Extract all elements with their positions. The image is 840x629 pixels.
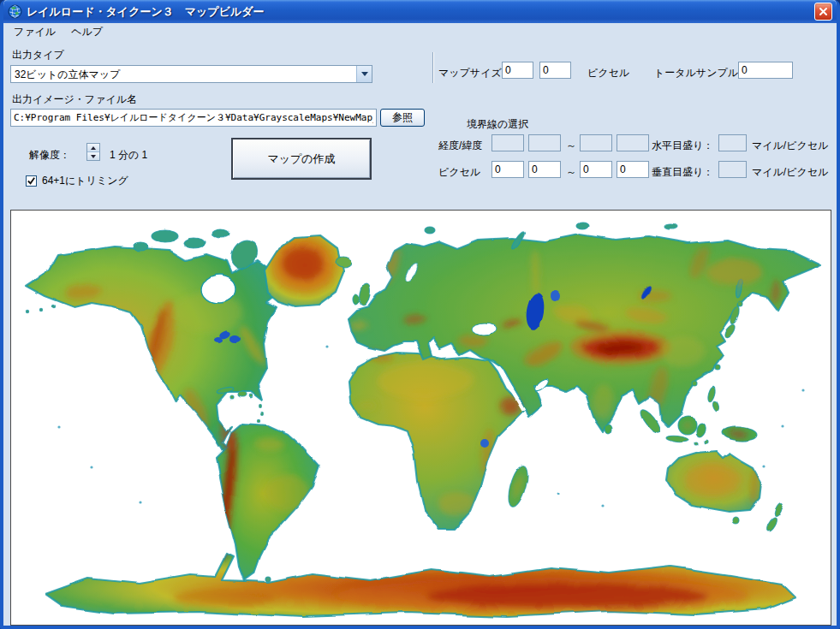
output-type-label: 出力タイプ — [12, 48, 64, 62]
pixel-row-label: ピクセル — [438, 165, 480, 180]
output-file-label: 出力イメージ・ファイル名 — [12, 92, 137, 107]
menu-file[interactable]: ファイル — [6, 23, 63, 41]
globe-icon — [8, 4, 22, 19]
pixel-tilde: ～ — [566, 165, 576, 180]
trim-checkbox[interactable] — [26, 175, 37, 187]
world-map-viewport[interactable] — [10, 210, 831, 626]
latlon-row-label: 経度/緯度 — [438, 139, 482, 153]
trim-checkbox-row[interactable]: 64+1にトリミング — [26, 174, 128, 188]
title-bar[interactable]: レイルロード・タイクーン３ マップビルダー — [3, 0, 837, 23]
combo-dropdown-button[interactable] — [356, 66, 372, 82]
total-samples-field[interactable] — [738, 62, 793, 79]
output-type-select[interactable]: 32ビットの立体マップ — [10, 65, 372, 83]
pixel-from-y-field[interactable] — [528, 161, 561, 178]
panel-divider — [432, 52, 434, 83]
trim-checkbox-label: 64+1にトリミング — [42, 174, 128, 188]
spinner-up-button[interactable] — [87, 144, 99, 151]
menu-help[interactable]: ヘルプ — [63, 23, 110, 41]
latlon-from-y-field — [528, 134, 561, 151]
latlon-from-x-field — [491, 134, 524, 151]
down-arrow-icon — [91, 155, 96, 158]
resolution-value: 1 分の 1 — [110, 148, 147, 163]
output-type-value: 32ビットの立体マップ — [11, 66, 356, 82]
v-scale-unit: マイル/ピクセル — [752, 165, 828, 180]
total-samples-label: トータルサンプル — [654, 66, 738, 80]
menu-bar: ファイル ヘルプ — [3, 23, 837, 41]
close-x-icon — [819, 7, 828, 16]
chevron-down-icon — [361, 72, 368, 76]
world-map-svg[interactable] — [11, 211, 831, 625]
check-icon — [27, 176, 36, 186]
bounds-heading: 境界線の選択 — [467, 117, 528, 132]
resolution-label: 解像度： — [29, 148, 70, 163]
create-map-button[interactable]: マップの作成 — [231, 138, 372, 180]
latlon-to-x-field — [580, 134, 612, 151]
pixel-to-y-field[interactable] — [617, 161, 649, 178]
map-size-label: マップサイズ — [438, 66, 502, 80]
pixel-from-x-field[interactable] — [491, 161, 524, 178]
up-arrow-icon — [91, 146, 96, 150]
map-size-unit-label: ピクセル — [587, 66, 629, 80]
window-title: レイルロード・タイクーン３ マップビルダー — [27, 4, 810, 20]
spinner-down-button[interactable] — [87, 151, 99, 160]
app-window: レイルロード・タイクーン３ マップビルダー ファイル ヘルプ 出力タイプ 32ビ… — [0, 0, 840, 629]
browse-button[interactable]: 参照 — [380, 109, 425, 127]
v-scale-label: 垂直目盛り： — [652, 165, 713, 180]
h-scale-unit: マイル/ピクセル — [752, 139, 828, 153]
close-button[interactable] — [814, 3, 832, 21]
map-size-width-field[interactable] — [502, 62, 533, 79]
v-scale-field — [718, 161, 747, 178]
h-scale-label: 水平目盛り： — [652, 139, 713, 153]
land-layer — [27, 223, 821, 616]
latlon-to-y-field — [617, 134, 649, 151]
latlon-tilde: ～ — [566, 139, 576, 153]
resolution-spinner[interactable] — [86, 143, 100, 161]
output-file-input[interactable] — [10, 109, 377, 127]
pixel-to-x-field[interactable] — [580, 161, 612, 178]
h-scale-field — [718, 134, 747, 151]
map-size-height-field[interactable] — [539, 62, 571, 79]
